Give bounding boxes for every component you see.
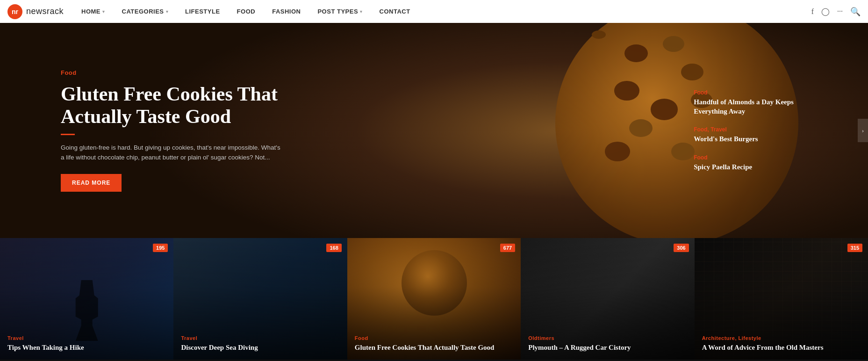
hero-content: Food Gluten Free Cookies That Actually T… [0,69,280,192]
nav-label-contact: CONTACT [380,8,410,15]
nav-arrow-categories: ▾ [166,9,169,14]
hero-excerpt: Going gluten-free is hard. But giving up… [61,143,280,163]
nav-item-post-types[interactable]: POST TYPES ▾ [309,0,371,23]
hero-sidebar-item-3: Food Spicy Paella Recipe [694,154,825,172]
card-2-content: Travel Discover Deep Sea Diving [181,335,339,353]
nav-item-lifestyle[interactable]: LIFESTYLE [177,0,229,23]
hero-sidebar-cat-3: Food [694,154,825,161]
card-4: 306 Oldtimers Plymouth – A Rugged Car Ci… [521,238,694,360]
card-5-category: Architecture, Lifestyle [702,335,861,341]
card-1-title[interactable]: Tips When Taking a Hike [7,343,166,353]
card-2: 168 Travel Discover Deep Sea Diving [173,238,347,360]
card-5-title[interactable]: A Word of Advice From the Old Masters [702,343,861,353]
nav-right: f ◯ ··· 🔍 [811,7,861,17]
more-icon[interactable]: ··· [837,7,843,16]
nav-label-post-types: POST TYPES [317,8,358,15]
nav-item-contact[interactable]: CONTACT [371,0,419,23]
nav-link-food[interactable]: FOOD [229,0,264,23]
card-3-content: Food Gluten Free Cookies That Actually T… [355,335,513,353]
facebook-icon[interactable]: f [811,7,814,16]
hero-sidebar: Food Handful of Almonds a Day Keeps Ever… [694,89,825,172]
card-3-title[interactable]: Gluten Free Cookies That Actually Taste … [355,343,513,353]
hero-next-button[interactable]: › [858,119,868,142]
hero-sidebar-title-1[interactable]: Handful of Almonds a Day Keeps Everythin… [694,98,825,116]
nav-item-home[interactable]: HOME ▾ [73,0,114,23]
navbar: nr newsrack HOME ▾ CATEGORIES ▾ LIFESTYL… [0,0,868,23]
hero-sidebar-title-3[interactable]: Spicy Paella Recipe [694,163,825,172]
hero-category: Food [61,69,280,76]
nav-label-fashion: FASHION [272,8,301,15]
nav-link-post-types[interactable]: POST TYPES ▾ [309,0,371,23]
card-4-category: Oldtimers [528,335,687,341]
nav-label-food: FOOD [237,8,256,15]
read-more-button[interactable]: READ MORE [61,174,122,192]
nav-link-lifestyle[interactable]: LIFESTYLE [177,0,229,23]
bottom-strip: 195 Travel Tips When Taking a Hike 168 T… [0,238,868,360]
hero-sidebar-cat-1: Food [694,89,825,96]
nav-item-fashion[interactable]: FASHION [264,0,309,23]
nav-item-food[interactable]: FOOD [229,0,264,23]
logo-initials: nr [12,8,18,15]
card-3-count: 677 [500,244,515,252]
nav-label-categories: CATEGORIES [122,8,164,15]
nav-link-categories[interactable]: CATEGORIES ▾ [114,0,177,23]
logo-icon: nr [7,4,22,19]
nav-link-home[interactable]: HOME ▾ [73,0,114,23]
nav-link-contact[interactable]: CONTACT [371,0,419,23]
card-5-content: Architecture, Lifestyle A Word of Advice… [702,335,861,353]
nav-arrow-post-types: ▾ [360,9,363,14]
nav-links: HOME ▾ CATEGORIES ▾ LIFESTYLE FOOD FASHI… [73,0,811,23]
instagram-icon[interactable]: ◯ [821,7,830,16]
card-2-count: 168 [326,244,341,252]
nav-item-categories[interactable]: CATEGORIES ▾ [114,0,177,23]
card-1-category: Travel [7,335,166,341]
logo-name: newsrack [26,7,64,16]
nav-label-lifestyle: LIFESTYLE [185,8,220,15]
card-5-count: 315 [847,244,862,252]
hero-title: Gluten Free Cookies That Actually Taste … [61,83,280,128]
card-4-title[interactable]: Plymouth – A Rugged Car Cistory [528,343,687,353]
hero-section: Food Gluten Free Cookies That Actually T… [0,23,868,238]
card-3: 677 Food Gluten Free Cookies That Actual… [347,238,521,360]
hero-divider [61,134,75,135]
hero-sidebar-cat-2: Food, Travel [694,126,825,133]
card-1-content: Travel Tips When Taking a Hike [7,335,166,353]
card-1: 195 Travel Tips When Taking a Hike [0,238,173,360]
logo-link[interactable]: nr newsrack [7,4,64,19]
card-2-title[interactable]: Discover Deep Sea Diving [181,343,339,353]
card-5: 315 Architecture, Lifestyle A Word of Ad… [695,238,868,360]
card-4-count: 306 [674,244,689,252]
nav-link-fashion[interactable]: FASHION [264,0,309,23]
hero-sidebar-title-2[interactable]: World's Best Burgers [694,135,825,144]
hero-sidebar-item-2: Food, Travel World's Best Burgers [694,126,825,144]
hero-sidebar-item-1: Food Handful of Almonds a Day Keeps Ever… [694,89,825,116]
card-2-category: Travel [181,335,339,341]
nav-label-home: HOME [81,8,100,15]
card-4-content: Oldtimers Plymouth – A Rugged Car Cistor… [528,335,687,353]
card-1-count: 195 [153,244,168,252]
search-icon[interactable]: 🔍 [850,7,861,17]
card-3-category: Food [355,335,513,341]
nav-arrow-home: ▾ [102,9,105,14]
